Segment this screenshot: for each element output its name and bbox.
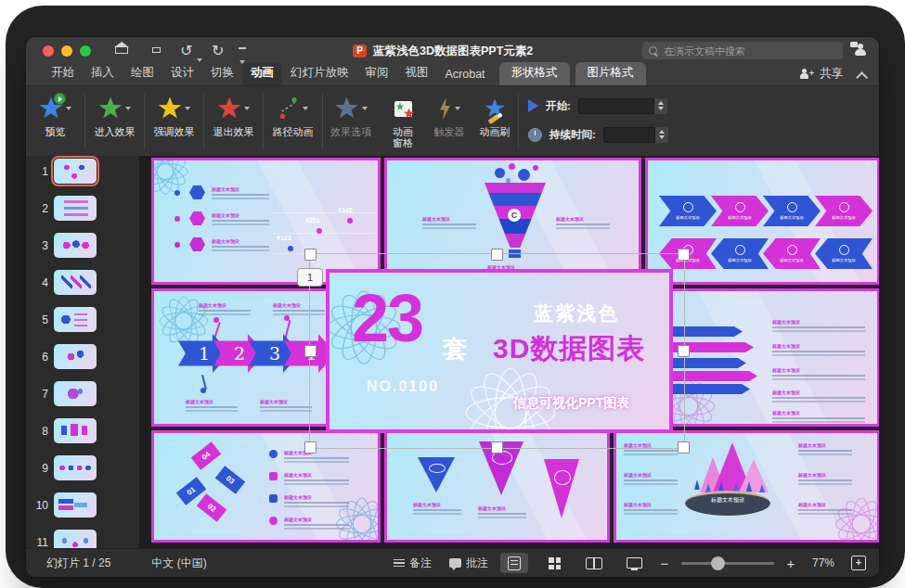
slide-2-thumbnail[interactable] — [54, 196, 97, 221]
slide-9-thumbnail[interactable] — [54, 455, 97, 480]
slide-sorter-view-button[interactable] — [540, 553, 568, 573]
thumbnail-item[interactable]: 3 — [26, 233, 139, 264]
slide-10-thumbnail[interactable] — [54, 492, 97, 518]
exit-effect-button[interactable]: 退出效果 — [204, 86, 263, 157]
tab-slideshow[interactable]: 幻灯片放映 — [282, 62, 357, 85]
document-title: 蓝紫浅色3D数据图表PPT元素2 — [373, 44, 533, 59]
trigger-button[interactable]: 触发器 — [427, 86, 472, 157]
tab-home[interactable]: 开始 — [43, 62, 83, 85]
selection-handle[interactable] — [304, 345, 317, 357]
notes-toggle[interactable]: 备注 — [394, 556, 432, 571]
selection-handle[interactable] — [304, 441, 317, 454]
zigzag-block: 03 — [215, 466, 246, 494]
normal-view-icon — [508, 556, 521, 570]
duration-field[interactable] — [603, 127, 655, 143]
tab-picture-format[interactable]: 图片格式 — [575, 62, 646, 85]
animation-painter-button[interactable]: 动画刷 — [472, 86, 518, 157]
slide-6-thumbnail[interactable] — [54, 344, 97, 369]
start-field[interactable] — [578, 98, 654, 114]
collapse-ribbon-icon[interactable] — [856, 71, 868, 83]
tab-review[interactable]: 审阅 — [357, 62, 397, 85]
zoom-button[interactable] — [80, 45, 91, 57]
tab-design[interactable]: 设计 — [162, 62, 202, 85]
tab-view[interactable]: 视图 — [397, 62, 437, 85]
scatter-gridline — [273, 233, 375, 234]
slide-1-editor[interactable]: 标题文本预设 标题文本预设 标题文本预设 ¥123 ¥251 ¥345 — [151, 158, 879, 543]
panel-funnel[interactable]: C 标题文本预设 标题文本预设 标题文本预设 — [384, 158, 641, 285]
duration-stepper[interactable] — [655, 127, 668, 143]
thumbnail-item[interactable]: 8 — [26, 418, 139, 450]
thumbnail-item[interactable]: 6 — [26, 344, 139, 376]
share-button[interactable]: + 共享 — [800, 66, 843, 85]
entrance-effect-button[interactable]: 进入效果 — [85, 86, 144, 157]
slide-3-thumbnail[interactable] — [54, 233, 97, 258]
panel-hexagon-scatter[interactable]: 标题文本预设 标题文本预设 标题文本预设 ¥123 ¥251 ¥345 — [151, 158, 381, 285]
slide-7-thumbnail[interactable] — [54, 381, 97, 406]
title-card-shape[interactable]: 23 套 NO.0100 蓝紫浅色 3D数据图表 信息可视化PPT图表 — [326, 269, 673, 433]
share-person-add-icon: + — [800, 69, 814, 80]
effect-options-button[interactable]: 效果选项 — [323, 86, 379, 157]
preview-button[interactable]: 预览 — [26, 86, 84, 157]
ribbon-tab-bar: 开始 插入 绘图 设计 切换 动画 幻灯片放映 审阅 视图 Acrobat 形状… — [26, 65, 879, 85]
normal-view-button[interactable] — [500, 553, 528, 573]
thumbnail-item[interactable]: 1 — [26, 159, 139, 190]
undo-icon[interactable]: ↺ — [180, 42, 192, 60]
slide-1-thumbnail[interactable] — [54, 159, 97, 184]
tab-animations[interactable]: 动画 — [242, 62, 282, 85]
language-indicator[interactable]: 中文 (中国) — [151, 556, 206, 571]
selection-handle[interactable] — [304, 249, 317, 261]
emphasis-effect-button[interactable]: 强调效果 — [145, 86, 203, 157]
zoom-slider[interactable] — [681, 562, 774, 565]
zoom-in-button[interactable]: + — [786, 556, 795, 571]
minimize-button[interactable] — [61, 45, 72, 57]
zoom-percentage[interactable]: 77% — [808, 556, 839, 569]
tab-acrobat[interactable]: Acrobat — [437, 65, 494, 85]
start-stepper[interactable] — [654, 98, 667, 114]
panel-chevron-process[interactable]: 标题文本预设 标题文本预设 标题文本预设 标题文本预设 标题文本预设 标题文本预… — [645, 158, 879, 285]
slide-8-thumbnail[interactable] — [54, 418, 97, 443]
reading-view-button[interactable] — [580, 553, 608, 573]
redo-icon[interactable]: ↻ — [212, 42, 224, 60]
search-input[interactable] — [662, 45, 823, 58]
thumbnail-item[interactable]: 5 — [26, 307, 139, 339]
animation-order-badge[interactable]: 1 — [297, 268, 323, 287]
selection-handle[interactable] — [491, 441, 503, 454]
thumbnail-item[interactable]: 7 — [26, 381, 139, 413]
funnel-right-text: 标题文本预设 — [556, 216, 610, 229]
panel-zigzag-list[interactable]: 04 03 01 02 标题文本预设 标题文本预设 标题文本预设 标题文本预设 — [151, 430, 381, 543]
list-dot — [175, 242, 180, 248]
animation-pane-label: 动画窗格 — [391, 126, 415, 148]
selection-handle[interactable] — [678, 249, 690, 261]
thumbnail-item[interactable]: 10 — [26, 492, 139, 524]
thumbnail-item[interactable]: 2 — [26, 196, 139, 227]
slide-5-thumbnail[interactable] — [54, 307, 97, 332]
thumbnail-item[interactable]: 4 — [26, 270, 139, 301]
panel-mountain-island[interactable]: 标题文本预设 标题文本预设 标题文本预设 标题文本预设 标题文本预设 标题文本预 — [614, 430, 879, 543]
ribbon: 预览 进入效果 强调效果 退出效果 路径动画 — [26, 85, 879, 157]
zoom-slider-thumb[interactable] — [711, 556, 725, 570]
motion-path-button[interactable]: 路径动画 — [264, 86, 322, 157]
selection-handle[interactable] — [678, 441, 690, 454]
tab-draw[interactable]: 绘图 — [123, 62, 162, 85]
fit-to-window-icon[interactable]: + — [851, 556, 866, 570]
comments-toggle[interactable]: 批注 — [449, 556, 488, 571]
scatter-value-label: ¥345 — [338, 207, 353, 213]
thumb-number: 8 — [32, 425, 48, 438]
slideshow-button[interactable] — [620, 553, 648, 573]
selection-handle[interactable] — [678, 345, 690, 357]
close-button[interactable] — [43, 45, 54, 57]
thumbnail-item[interactable]: 9 — [26, 455, 139, 487]
tab-shape-format[interactable]: 形状格式 — [499, 62, 570, 85]
slide-4-thumbnail[interactable] — [54, 270, 97, 295]
search-icon — [649, 46, 657, 55]
timeline-note: 标题文本预设 — [186, 399, 238, 412]
tab-transitions[interactable]: 切换 — [202, 62, 242, 85]
island-side-text: 标题文本预设 — [798, 472, 852, 485]
thumb-number: 2 — [32, 202, 48, 215]
animation-pane-button[interactable]: 动画窗格 — [379, 86, 427, 157]
zoom-out-button[interactable]: − — [660, 556, 669, 571]
thumb-number: 9 — [32, 462, 48, 475]
selection-handle[interactable] — [491, 249, 503, 261]
tab-insert[interactable]: 插入 — [83, 62, 123, 85]
search-box[interactable] — [642, 42, 843, 59]
